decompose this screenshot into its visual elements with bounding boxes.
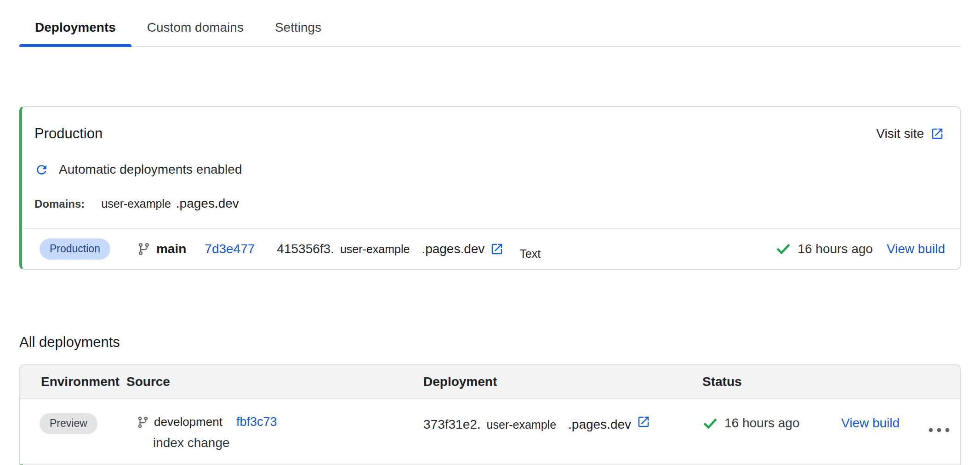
tab-settings[interactable]: Settings [259, 12, 337, 46]
git-branch-icon [137, 416, 149, 429]
production-deployment-row: Production main 7d3e477 415356f3. user-e… [22, 228, 960, 269]
tab-custom-domains[interactable]: Custom domains [131, 12, 259, 46]
deployment-time: 16 hours ago [724, 416, 799, 431]
check-icon [702, 416, 718, 431]
production-domain-suffix: .pages.dev [176, 196, 239, 211]
ellipsis-icon[interactable] [928, 427, 950, 433]
deployment-domain-name: user-example [340, 243, 410, 256]
redaction-annotation: Text [519, 247, 541, 261]
column-header-status: Status [702, 374, 841, 389]
git-branch-icon [137, 242, 151, 256]
tab-deployments[interactable]: Deployments [19, 12, 131, 46]
branch-name: development [154, 415, 222, 429]
deployment-domain-suffix: .pages.dev [422, 242, 484, 256]
column-header-source: Source [126, 374, 423, 389]
external-link-icon [930, 127, 944, 141]
check-icon [775, 241, 791, 257]
visit-site-link[interactable]: Visit site [876, 126, 944, 141]
production-card: Production Visit site Automatic deployme… [19, 106, 961, 270]
column-header-environment: Environment [20, 374, 126, 389]
view-build-link[interactable]: View build [887, 242, 945, 256]
production-domain-name: user-example [101, 197, 171, 210]
all-deployments-title: All deployments [19, 334, 980, 351]
table-row: Preview development fbf3c73 index change [20, 399, 960, 465]
visit-site-label: Visit site [876, 126, 924, 141]
column-header-deployment: Deployment [423, 374, 702, 389]
production-card-title: Production [34, 125, 103, 142]
table-header-row: Environment Source Deployment Status [20, 365, 960, 399]
deployment-time: 16 hours ago [798, 242, 872, 256]
all-deployments-table: Environment Source Deployment Status Pre… [19, 364, 961, 465]
refresh-icon [34, 163, 49, 177]
environment-badge-production: Production [40, 238, 110, 260]
tab-bar: Deployments Custom domains Settings [19, 0, 961, 47]
deployment-id: 415356f3. [277, 242, 334, 256]
environment-badge-preview: Preview [40, 413, 97, 434]
domains-label: Domains: [34, 198, 85, 210]
commit-link[interactable]: fbf3c73 [236, 415, 277, 429]
deployment-domain-suffix: .pages.dev [568, 417, 631, 432]
deployment-id: 373f31e2. [423, 417, 481, 432]
external-link-icon[interactable] [490, 242, 504, 256]
deployment-domain-name: user-example [487, 418, 556, 431]
commit-message: index change [153, 436, 423, 450]
view-build-link[interactable]: View build [841, 416, 900, 430]
branch-name: main [156, 242, 186, 256]
external-link-icon[interactable] [637, 415, 650, 429]
commit-link[interactable]: 7d3e477 [205, 242, 255, 256]
auto-deploy-status-text: Automatic deployments enabled [59, 162, 242, 177]
